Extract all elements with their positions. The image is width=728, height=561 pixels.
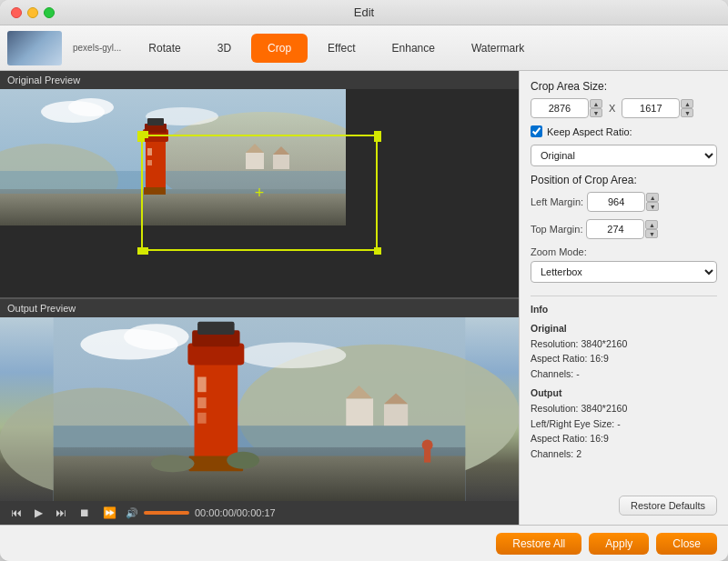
time-display: 00:00:00/00:00:17 (195, 507, 276, 518)
left-margin-increment[interactable]: ▲ (646, 193, 659, 202)
window-title: Edit (354, 5, 374, 19)
size-x-separator: X (606, 103, 618, 114)
height-decrement-btn[interactable]: ▼ (681, 108, 693, 117)
height-stepper-group: ▲ ▼ (622, 98, 693, 118)
restore-all-button[interactable]: Restore All (496, 533, 581, 555)
top-margin-label: Top Margin: (531, 224, 582, 235)
original-preview-canvas: + (0, 89, 519, 297)
stop-button[interactable]: ⏹ (76, 505, 94, 521)
main-content: Original Preview (0, 71, 728, 525)
width-increment-btn[interactable]: ▲ (590, 99, 602, 108)
output-preview-section: Output Preview (0, 299, 519, 526)
next-frame-button[interactable]: ⏩ (99, 505, 120, 521)
restore-defaults-row: Restore Defaults (531, 488, 717, 516)
info-block: Info Original Resolution: 3840*2160 Aspe… (531, 302, 717, 462)
original-aspect: Aspect Ratio: 16:9 (531, 351, 717, 366)
output-channels: Channels: 2 (531, 446, 717, 462)
svg-rect-32 (424, 449, 430, 462)
height-increment-btn[interactable]: ▲ (681, 99, 693, 108)
tab-rotate[interactable]: Rotate (132, 34, 197, 63)
svg-point-42 (151, 455, 195, 472)
crop-handle-br[interactable] (374, 247, 381, 255)
playback-bar: ⏮ ▶ ⏭ ⏹ ⏩ 🔊 00:00:00/00:00:17 (0, 501, 519, 525)
maximize-button[interactable] (44, 7, 55, 18)
svg-rect-35 (197, 397, 207, 408)
right-panel: Crop Area Size: ▲ ▼ X ▲ ▼ (519, 71, 728, 525)
height-stepper-arrows: ▲ ▼ (681, 99, 693, 117)
top-margin-row: Top Margin: ▲ ▼ (531, 219, 717, 239)
svg-rect-23 (54, 426, 466, 456)
width-input[interactable] (531, 98, 589, 118)
bottom-bar: Restore All Apply Close (0, 525, 728, 561)
svg-point-31 (422, 439, 433, 450)
width-stepper-group: ▲ ▼ (531, 98, 602, 118)
svg-rect-26 (384, 404, 408, 426)
skip-back-button[interactable]: ⏮ (7, 505, 25, 521)
svg-point-10 (68, 98, 114, 116)
volume-slider[interactable] (144, 511, 189, 515)
top-margin-input[interactable] (586, 219, 644, 239)
skip-forward-button[interactable]: ⏭ (52, 505, 70, 521)
top-margin-decrement[interactable]: ▼ (645, 229, 658, 238)
svg-rect-17 (147, 118, 164, 125)
svg-rect-24 (346, 398, 373, 426)
left-margin-label: Left Margin: (531, 196, 583, 207)
size-row: ▲ ▼ X ▲ ▼ (531, 98, 717, 118)
close-button[interactable]: Close (656, 533, 717, 555)
output-preview-label: Output Preview (0, 299, 519, 317)
tab-crop[interactable]: Crop (251, 34, 308, 63)
action-buttons: Restore All Apply Close (496, 533, 717, 555)
position-label: Position of Crop Area: (531, 174, 717, 186)
apply-button[interactable]: Apply (589, 533, 649, 555)
zoom-mode-select[interactable]: Letterbox Pan & Scan Full (531, 261, 717, 283)
svg-rect-33 (195, 360, 238, 457)
left-margin-arrows: ▲ ▼ (646, 193, 659, 211)
info-title: Info (531, 302, 717, 317)
crop-handle-bm[interactable] (141, 247, 148, 255)
output-aspect: Aspect Ratio: 16:9 (531, 431, 717, 446)
height-input[interactable] (622, 98, 680, 118)
original-preview-label: Original Preview (0, 71, 519, 89)
restore-defaults-button[interactable]: Restore Defaults (619, 496, 717, 516)
width-decrement-btn[interactable]: ▼ (590, 108, 602, 117)
crop-overlay[interactable]: + (141, 135, 378, 251)
left-margin-input[interactable] (587, 192, 645, 212)
crop-handle-mr[interactable] (374, 135, 381, 142)
output-title: Output (531, 386, 717, 401)
top-margin-stepper: ▲ ▼ (586, 219, 658, 239)
close-button[interactable] (11, 7, 22, 18)
tab-enhance[interactable]: Enhance (376, 34, 451, 63)
original-title: Original (531, 321, 717, 336)
left-margin-row: Left Margin: ▲ ▼ (531, 192, 717, 212)
original-resolution: Resolution: 3840*2160 (531, 336, 717, 352)
volume-icon: 🔊 (126, 507, 138, 519)
file-thumbnail (7, 31, 62, 65)
original-channels: Channels: - (531, 366, 717, 382)
tab-3d[interactable]: 3D (201, 34, 248, 63)
keep-aspect-checkbox[interactable] (531, 125, 542, 137)
output-preview-canvas (0, 317, 519, 502)
tab-watermark[interactable]: Watermark (455, 34, 541, 63)
output-eye-size: Left/Right Eye Size: - (531, 416, 717, 432)
title-bar: Edit (0, 0, 728, 25)
play-button[interactable]: ▶ (31, 505, 46, 521)
left-margin-decrement[interactable]: ▼ (646, 202, 659, 211)
output-scene-bg (0, 317, 519, 502)
traffic-lights (11, 7, 55, 18)
preview-panel: Original Preview (0, 71, 519, 525)
svg-rect-39 (197, 321, 235, 334)
file-name: pexels-gyl... (73, 43, 121, 53)
zoom-mode-label: Zoom Mode: (531, 246, 717, 257)
crop-handle-ml[interactable] (137, 135, 145, 142)
tab-effect[interactable]: Effect (311, 34, 371, 63)
top-margin-increment[interactable]: ▲ (645, 220, 658, 229)
keep-aspect-label: Keep Aspect Ratio: (547, 126, 632, 137)
left-margin-stepper: ▲ ▼ (587, 192, 659, 212)
section-divider (531, 296, 717, 296)
svg-point-30 (238, 342, 346, 368)
crop-area-size-label: Crop Area Size: (531, 80, 717, 93)
aspect-ratio-select[interactable]: Original 16:9 4:3 1:1 Custom (531, 145, 717, 166)
minimize-button[interactable] (27, 7, 38, 18)
crosshair: + (255, 185, 265, 201)
svg-rect-36 (197, 412, 207, 423)
